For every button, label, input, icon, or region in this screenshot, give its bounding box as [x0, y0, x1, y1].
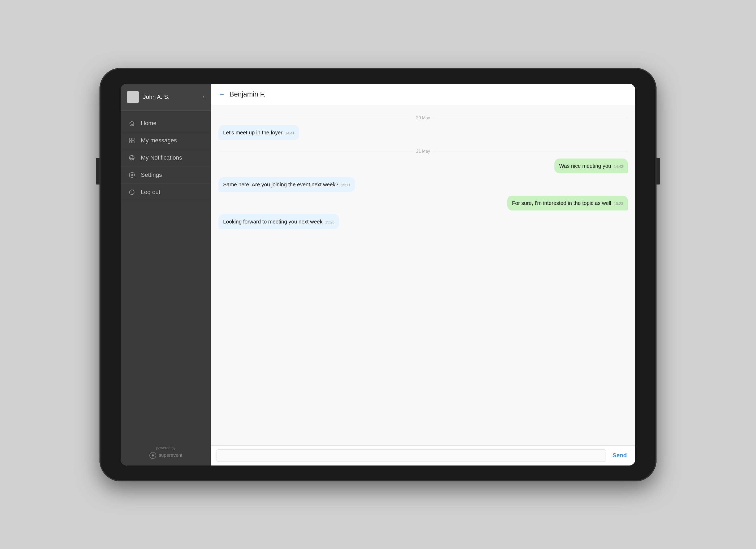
settings-icon — [128, 171, 136, 179]
svg-rect-3 — [132, 141, 134, 143]
superevent-logo-icon — [149, 452, 157, 459]
chat-header: ← Benjamin F. — [211, 84, 635, 105]
message-time: 15:11 — [341, 183, 350, 188]
svg-point-5 — [131, 155, 133, 160]
superevent-brand: superevent — [149, 452, 182, 459]
send-button[interactable]: Send — [609, 450, 630, 461]
sidebar-item-label-notifications: My Notifications — [141, 154, 182, 161]
message-row: Looking forward to meeting you next week… — [218, 214, 628, 229]
message-row: Same here. Are you joining the event nex… — [218, 177, 628, 192]
svg-rect-2 — [129, 141, 132, 143]
messages-icon — [128, 137, 136, 144]
chat-contact-name: Benjamin F. — [229, 90, 266, 98]
svg-point-11 — [152, 454, 154, 456]
powered-by-text: powered by — [156, 446, 175, 450]
divider-line — [218, 118, 413, 118]
svg-point-8 — [131, 174, 133, 176]
date-divider-20-may: 20 May — [218, 116, 628, 120]
message-bubble-outgoing: For sure, I'm interested in the topic as… — [507, 196, 628, 211]
message-row: Let's meet up in the foyer 14:41 — [218, 125, 628, 140]
date-label-21-may: 21 May — [416, 149, 430, 154]
message-text: Looking forward to meeting you next week — [223, 218, 323, 225]
chat-input[interactable] — [216, 449, 606, 462]
sidebar-item-label-messages: My messages — [141, 137, 177, 144]
sidebar-item-home[interactable]: Home — [121, 115, 211, 132]
message-text: Let's meet up in the foyer — [223, 129, 283, 136]
message-text: Was nice meeting you — [559, 162, 611, 170]
message-row: For sure, I'm interested in the topic as… — [218, 196, 628, 211]
message-time: 14:42 — [614, 164, 623, 169]
sidebar-item-label-home: Home — [141, 120, 157, 127]
sidebar-footer: powered by superevent — [121, 439, 211, 465]
message-time: 15:26 — [325, 220, 334, 225]
message-row: Was nice meeting you 14:42 — [218, 159, 628, 173]
message-bubble-incoming: Same here. Are you joining the event nex… — [218, 177, 355, 192]
sidebar-item-settings[interactable]: Settings — [121, 167, 211, 184]
sidebar-item-label-settings: Settings — [141, 172, 162, 179]
sidebar: John A. S. › Home — [121, 84, 211, 465]
svg-rect-0 — [129, 138, 132, 140]
sidebar-nav: Home My messages — [121, 111, 211, 439]
message-text: Same here. Are you joining the event nex… — [223, 181, 338, 188]
logout-icon — [128, 189, 136, 196]
home-icon — [128, 120, 136, 127]
chat-messages: 20 May Let's meet up in the foyer 14:41 … — [211, 105, 635, 445]
avatar — [127, 91, 139, 103]
svg-rect-1 — [132, 138, 134, 140]
divider-line — [433, 118, 628, 118]
message-time: 15:23 — [614, 201, 623, 207]
date-divider-21-may: 21 May — [218, 149, 628, 154]
message-time: 14:41 — [285, 131, 294, 136]
message-text: For sure, I'm interested in the topic as… — [512, 199, 611, 207]
message-bubble-incoming: Looking forward to meeting you next week… — [218, 214, 339, 229]
sidebar-item-logout[interactable]: Log out — [121, 184, 211, 201]
user-name: John A. S. — [143, 94, 199, 101]
tablet-frame: John A. S. › Home — [99, 68, 657, 481]
chevron-right-icon: › — [203, 94, 205, 100]
globe-icon — [128, 154, 136, 162]
message-bubble-incoming: Let's meet up in the foyer 14:41 — [218, 125, 299, 140]
chat-area: ← Benjamin F. 20 May Let's meet up in th… — [211, 84, 635, 465]
date-label-20-may: 20 May — [416, 116, 430, 120]
sidebar-item-label-logout: Log out — [141, 189, 160, 196]
sidebar-item-my-notifications[interactable]: My Notifications — [121, 149, 211, 167]
sidebar-user[interactable]: John A. S. › — [121, 84, 211, 111]
message-bubble-outgoing: Was nice meeting you 14:42 — [554, 159, 628, 173]
svg-point-4 — [129, 155, 134, 160]
back-button[interactable]: ← — [218, 90, 225, 98]
screen: John A. S. › Home — [121, 84, 635, 465]
superevent-name: superevent — [159, 452, 182, 458]
sidebar-item-my-messages[interactable]: My messages — [121, 132, 211, 149]
chat-input-area: Send — [211, 445, 635, 465]
